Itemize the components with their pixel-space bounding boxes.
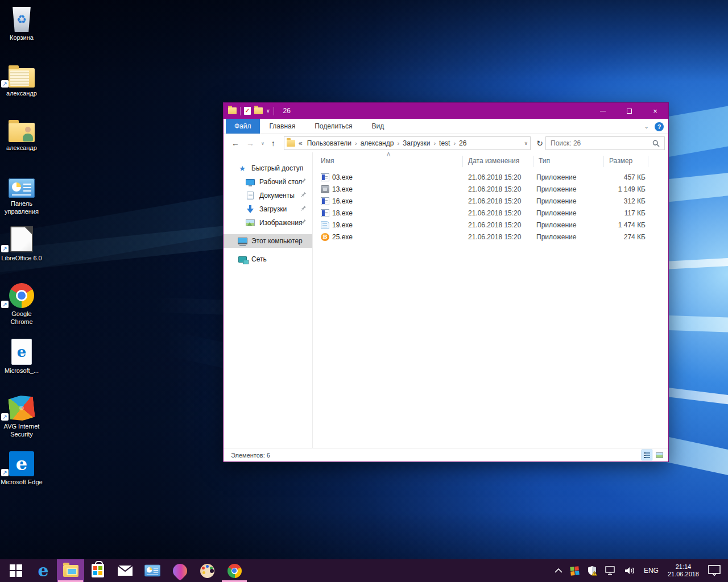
taskbar-control-panel-button[interactable] [139, 559, 166, 582]
recent-locations-chevron-icon[interactable]: ∨ [261, 141, 264, 146]
security-shield-warning-icon [587, 566, 597, 576]
ribbon-expand-chevron-icon[interactable]: ⌄ [644, 123, 649, 130]
shortcut-arrow-icon: ↗ [1, 413, 9, 421]
tray-security-button[interactable] [583, 559, 601, 582]
file-row-16exe[interactable]: 16.exe 21.06.2018 15:20 Приложение 312 К… [313, 196, 668, 207]
address-dropdown-chevron-icon[interactable]: ∨ [524, 140, 528, 146]
action-center-button[interactable] [704, 559, 725, 582]
tab-home[interactable]: Главная [260, 119, 305, 134]
folder-icon[interactable] [228, 107, 237, 114]
breadcrumb-item[interactable]: Загрузки [400, 139, 432, 147]
file-row-03exe[interactable]: 03.exe 21.06.2018 15:20 Приложение 457 К… [313, 172, 668, 184]
maximize-icon [627, 109, 632, 114]
shortcut-arrow-icon: ↗ [1, 469, 9, 476]
breadcrumb-item[interactable]: александр [358, 139, 396, 147]
desktop-icon-label: AVG Internet Security [0, 422, 43, 438]
chrome-icon [228, 564, 242, 578]
desktop-icon-google-chrome[interactable]: ↗ Google Chrome [0, 281, 43, 326]
forward-button[interactable]: → [246, 139, 254, 148]
tray-show-hidden-icons-button[interactable] [551, 559, 566, 582]
person-icon [22, 127, 34, 142]
taskbar-explorer-button[interactable] [57, 559, 84, 582]
language-indicator[interactable]: ENG [640, 559, 663, 582]
tray-avg-button[interactable] [566, 559, 583, 582]
desktop-icon-microsoft-edge[interactable]: e↗ Microsoft Edge [0, 449, 43, 486]
column-header-type[interactable]: Тип [539, 157, 550, 165]
tab-view[interactable]: Вид [362, 119, 394, 134]
edge-icon: e [9, 451, 34, 476]
sidebar-item-documents[interactable]: Документы [224, 189, 312, 202]
breadcrumb-separator-icon[interactable]: › [396, 140, 400, 147]
avg-icon [8, 394, 35, 422]
tab-share[interactable]: Поделиться [305, 119, 362, 134]
windows-logo-icon [10, 564, 22, 577]
tab-file[interactable]: Файл [226, 119, 260, 134]
sidebar-item-network[interactable]: Сеть [224, 252, 312, 266]
microsoft-store-icon [92, 564, 104, 577]
desktop-icon-libreoffice[interactable]: ↗ LibreOffice 6.0 [0, 225, 43, 262]
address-bar[interactable]: « Пользователи › александр › Загрузки › … [284, 136, 531, 150]
sidebar-item-desktop[interactable]: Рабочий стол [224, 175, 312, 189]
breadcrumb-separator-icon[interactable]: › [432, 140, 437, 147]
taskbar-paint-button[interactable] [193, 559, 221, 582]
properties-check-icon[interactable]: ✓ [244, 107, 251, 115]
search-input[interactable]: Поиск: 26 [551, 139, 652, 147]
breadcrumb-item[interactable]: 26 [457, 139, 469, 147]
breadcrumb-separator-icon[interactable]: › [354, 140, 358, 147]
desktop-icon-avg[interactable]: ↗ AVG Internet Security [0, 393, 43, 438]
taskbar-edge-button[interactable]: e [30, 559, 57, 582]
tray-network-button[interactable] [601, 559, 621, 582]
breadcrumb-item[interactable]: Пользователи [305, 139, 354, 147]
sidebar-item-this-pc[interactable]: Этот компьютер [224, 234, 312, 248]
sidebar-item-downloads[interactable]: Загрузки [224, 202, 312, 216]
libreoffice-icon [10, 226, 33, 252]
column-header-size[interactable]: Размер [609, 157, 632, 165]
qat-customize-chevron-icon[interactable]: ∨ [266, 108, 270, 114]
maximize-button[interactable] [616, 103, 642, 119]
tray-volume-button[interactable] [621, 559, 640, 582]
refresh-button[interactable]: ↻ [534, 136, 545, 150]
file-list: ᐱ Имя Дата изменения Тип Размер 03.exe 2… [313, 152, 668, 448]
details-view-button[interactable] [642, 450, 652, 460]
minimize-icon [600, 111, 606, 111]
desktop-icon-user-folder-alexandr[interactable]: александр [0, 115, 43, 152]
search-icon [652, 140, 660, 147]
file-row-18exe[interactable]: 18.exe 21.06.2018 15:20 Приложение 117 К… [313, 207, 668, 219]
taskbar-chrome-button[interactable] [221, 559, 248, 582]
ribbon-tab-bar: Файл Главная Поделиться Вид ⌄ ? [224, 119, 668, 134]
up-button[interactable]: ↑ [271, 139, 275, 148]
file-row-13exe[interactable]: 13.exe 21.06.2018 15:20 Приложение 1 149… [313, 184, 668, 196]
desktop-icon-control-panel[interactable]: Панель управления [0, 171, 43, 215]
taskbar-mail-button[interactable] [111, 559, 139, 582]
breadcrumb-overflow[interactable]: « [299, 139, 303, 147]
pin-icon [300, 192, 307, 198]
new-folder-icon[interactable] [254, 107, 263, 114]
sidebar-item-pictures[interactable]: Изображения [224, 216, 312, 230]
taskbar-paint3d-button[interactable] [166, 559, 193, 582]
title-bar[interactable]: ✓ ∨ 26 × [224, 103, 668, 119]
minimize-button[interactable] [590, 103, 616, 119]
desktop-icon-folder-alexandr[interactable]: ↗ александр [0, 60, 43, 97]
help-icon[interactable]: ? [655, 122, 664, 131]
thumbnails-view-button[interactable] [654, 450, 665, 460]
breadcrumb-item[interactable]: test [437, 139, 452, 147]
close-button[interactable]: × [642, 103, 668, 119]
file-row-19exe[interactable]: 19.exe 21.06.2018 15:20 Приложение 1 474… [313, 219, 668, 231]
desktop: ♻ Корзина ↗ александр александр Панель у… [0, 0, 728, 582]
column-header-name[interactable]: Имя [321, 157, 334, 165]
back-button[interactable]: ← [231, 139, 239, 148]
start-button[interactable] [2, 559, 30, 582]
sidebar-item-quick-access[interactable]: ★ Быстрый доступ [224, 161, 312, 175]
chrome-icon [9, 283, 34, 308]
file-row-25exe[interactable]: B 25.exe 21.06.2018 15:20 Приложение 274… [313, 231, 668, 243]
desktop-icon-microsoft-file[interactable]: e Microsoft_... [0, 338, 43, 375]
column-header-date[interactable]: Дата изменения [468, 157, 519, 165]
taskbar-store-button[interactable] [84, 559, 111, 582]
search-box[interactable]: Поиск: 26 [545, 136, 665, 150]
time: 21:14 [668, 563, 699, 571]
clock[interactable]: 21:14 21.06.2018 [663, 559, 704, 582]
desktop-icon-recycle-bin[interactable]: ♻ Корзина [0, 5, 43, 41]
breadcrumb-separator-icon[interactable]: › [452, 140, 457, 147]
file-explorer-icon [63, 565, 78, 577]
network-icon [605, 566, 617, 575]
